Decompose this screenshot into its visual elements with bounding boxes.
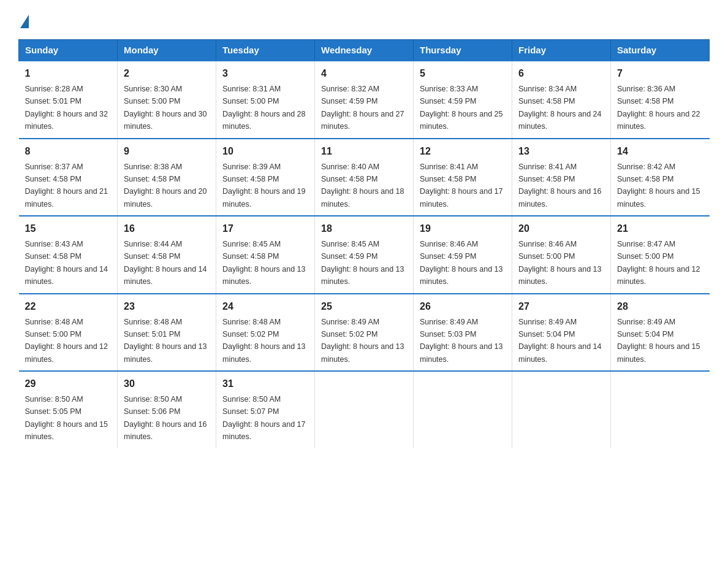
calendar-cell: 31 Sunrise: 8:50 AMSunset: 5:07 PMDaylig… <box>216 371 315 448</box>
calendar-cell: 8 Sunrise: 8:37 AMSunset: 4:58 PMDayligh… <box>19 139 118 216</box>
calendar-cell: 11 Sunrise: 8:40 AMSunset: 4:58 PMDaylig… <box>315 139 414 216</box>
calendar-header-friday: Friday <box>512 40 611 61</box>
day-info: Sunrise: 8:45 AMSunset: 4:58 PMDaylight:… <box>222 240 306 286</box>
day-number: 6 <box>518 66 604 81</box>
calendar-cell: 13 Sunrise: 8:41 AMSunset: 4:58 PMDaylig… <box>512 139 611 216</box>
day-number: 3 <box>222 66 308 81</box>
calendar-cell: 16 Sunrise: 8:44 AMSunset: 4:58 PMDaylig… <box>118 216 216 294</box>
day-number: 25 <box>321 299 407 314</box>
day-number: 2 <box>124 66 210 81</box>
day-number: 27 <box>518 299 604 314</box>
day-number: 4 <box>321 66 407 81</box>
logo <box>18 12 29 28</box>
calendar-cell: 9 Sunrise: 8:38 AMSunset: 4:58 PMDayligh… <box>118 139 216 216</box>
day-info: Sunrise: 8:44 AMSunset: 4:58 PMDaylight:… <box>124 240 207 286</box>
day-info: Sunrise: 8:50 AMSunset: 5:07 PMDaylight:… <box>222 395 306 441</box>
day-info: Sunrise: 8:28 AMSunset: 5:01 PMDaylight:… <box>25 85 108 131</box>
day-info: Sunrise: 8:37 AMSunset: 4:58 PMDaylight:… <box>25 163 108 209</box>
calendar-cell <box>414 371 512 448</box>
day-number: 13 <box>518 144 604 159</box>
day-number: 18 <box>321 221 407 236</box>
calendar-header-sunday: Sunday <box>19 40 118 61</box>
calendar-cell: 6 Sunrise: 8:34 AMSunset: 4:58 PMDayligh… <box>512 61 611 139</box>
calendar-cell: 10 Sunrise: 8:39 AMSunset: 4:58 PMDaylig… <box>216 139 315 216</box>
calendar-cell: 26 Sunrise: 8:49 AMSunset: 5:03 PMDaylig… <box>414 294 512 372</box>
day-number: 20 <box>518 221 604 236</box>
page-header <box>18 12 710 28</box>
calendar-week-row: 8 Sunrise: 8:37 AMSunset: 4:58 PMDayligh… <box>19 139 710 216</box>
calendar-cell: 20 Sunrise: 8:46 AMSunset: 5:00 PMDaylig… <box>512 216 611 294</box>
calendar-cell: 19 Sunrise: 8:46 AMSunset: 4:59 PMDaylig… <box>414 216 512 294</box>
day-number: 10 <box>222 144 308 159</box>
calendar-cell: 14 Sunrise: 8:42 AMSunset: 4:58 PMDaylig… <box>611 139 710 216</box>
day-number: 30 <box>124 377 210 391</box>
day-number: 17 <box>222 221 308 236</box>
calendar-cell: 21 Sunrise: 8:47 AMSunset: 5:00 PMDaylig… <box>611 216 710 294</box>
logo-triangle-icon <box>20 15 29 28</box>
day-number: 29 <box>25 377 112 391</box>
day-number: 12 <box>420 144 506 159</box>
day-info: Sunrise: 8:48 AMSunset: 5:00 PMDaylight:… <box>25 318 108 364</box>
calendar-week-row: 22 Sunrise: 8:48 AMSunset: 5:00 PMDaylig… <box>19 294 710 372</box>
day-number: 14 <box>617 144 703 159</box>
calendar-header-wednesday: Wednesday <box>315 40 414 61</box>
calendar-week-row: 15 Sunrise: 8:43 AMSunset: 4:58 PMDaylig… <box>19 216 710 294</box>
calendar-cell <box>315 371 414 448</box>
day-info: Sunrise: 8:49 AMSunset: 5:03 PMDaylight:… <box>420 318 503 364</box>
calendar-cell: 2 Sunrise: 8:30 AMSunset: 5:00 PMDayligh… <box>118 61 216 139</box>
calendar-week-row: 29 Sunrise: 8:50 AMSunset: 5:05 PMDaylig… <box>19 371 710 448</box>
day-number: 22 <box>25 299 112 314</box>
day-info: Sunrise: 8:46 AMSunset: 5:00 PMDaylight:… <box>518 240 602 286</box>
day-info: Sunrise: 8:39 AMSunset: 4:58 PMDaylight:… <box>222 163 306 209</box>
day-number: 21 <box>617 221 703 236</box>
day-number: 16 <box>124 221 210 236</box>
calendar-cell: 30 Sunrise: 8:50 AMSunset: 5:06 PMDaylig… <box>118 371 216 448</box>
day-number: 5 <box>420 66 506 81</box>
day-info: Sunrise: 8:32 AMSunset: 4:59 PMDaylight:… <box>321 85 404 131</box>
day-number: 8 <box>25 144 112 159</box>
calendar-table: SundayMondayTuesdayWednesdayThursdayFrid… <box>18 39 710 448</box>
calendar-cell: 12 Sunrise: 8:41 AMSunset: 4:58 PMDaylig… <box>414 139 512 216</box>
day-info: Sunrise: 8:41 AMSunset: 4:58 PMDaylight:… <box>420 163 503 209</box>
day-info: Sunrise: 8:50 AMSunset: 5:06 PMDaylight:… <box>124 395 207 441</box>
day-info: Sunrise: 8:45 AMSunset: 4:59 PMDaylight:… <box>321 240 404 286</box>
day-info: Sunrise: 8:49 AMSunset: 5:04 PMDaylight:… <box>617 318 700 364</box>
calendar-cell: 28 Sunrise: 8:49 AMSunset: 5:04 PMDaylig… <box>611 294 710 372</box>
day-info: Sunrise: 8:47 AMSunset: 5:00 PMDaylight:… <box>617 240 700 286</box>
calendar-header-row: SundayMondayTuesdayWednesdayThursdayFrid… <box>19 40 710 61</box>
calendar-cell <box>512 371 611 448</box>
calendar-cell: 3 Sunrise: 8:31 AMSunset: 5:00 PMDayligh… <box>216 61 315 139</box>
day-number: 31 <box>222 377 308 391</box>
calendar-cell: 1 Sunrise: 8:28 AMSunset: 5:01 PMDayligh… <box>19 61 118 139</box>
calendar-cell: 18 Sunrise: 8:45 AMSunset: 4:59 PMDaylig… <box>315 216 414 294</box>
day-info: Sunrise: 8:38 AMSunset: 4:58 PMDaylight:… <box>124 163 207 209</box>
day-info: Sunrise: 8:43 AMSunset: 4:58 PMDaylight:… <box>25 240 108 286</box>
day-number: 15 <box>25 221 112 236</box>
day-number: 19 <box>420 221 506 236</box>
calendar-header-saturday: Saturday <box>611 40 710 61</box>
day-info: Sunrise: 8:50 AMSunset: 5:05 PMDaylight:… <box>25 395 108 441</box>
calendar-header-thursday: Thursday <box>414 40 512 61</box>
calendar-cell: 25 Sunrise: 8:49 AMSunset: 5:02 PMDaylig… <box>315 294 414 372</box>
day-info: Sunrise: 8:42 AMSunset: 4:58 PMDaylight:… <box>617 163 700 209</box>
calendar-cell: 4 Sunrise: 8:32 AMSunset: 4:59 PMDayligh… <box>315 61 414 139</box>
calendar-cell: 24 Sunrise: 8:48 AMSunset: 5:02 PMDaylig… <box>216 294 315 372</box>
day-info: Sunrise: 8:34 AMSunset: 4:58 PMDaylight:… <box>518 85 602 131</box>
calendar-cell: 7 Sunrise: 8:36 AMSunset: 4:58 PMDayligh… <box>611 61 710 139</box>
calendar-cell: 17 Sunrise: 8:45 AMSunset: 4:58 PMDaylig… <box>216 216 315 294</box>
day-info: Sunrise: 8:30 AMSunset: 5:00 PMDaylight:… <box>124 85 207 131</box>
day-info: Sunrise: 8:49 AMSunset: 5:04 PMDaylight:… <box>518 318 602 364</box>
calendar-cell: 23 Sunrise: 8:48 AMSunset: 5:01 PMDaylig… <box>118 294 216 372</box>
day-info: Sunrise: 8:36 AMSunset: 4:58 PMDaylight:… <box>617 85 700 131</box>
day-info: Sunrise: 8:48 AMSunset: 5:01 PMDaylight:… <box>124 318 207 364</box>
calendar-week-row: 1 Sunrise: 8:28 AMSunset: 5:01 PMDayligh… <box>19 61 710 139</box>
day-info: Sunrise: 8:48 AMSunset: 5:02 PMDaylight:… <box>222 318 306 364</box>
calendar-cell: 29 Sunrise: 8:50 AMSunset: 5:05 PMDaylig… <box>19 371 118 448</box>
day-info: Sunrise: 8:41 AMSunset: 4:58 PMDaylight:… <box>518 163 602 209</box>
day-info: Sunrise: 8:40 AMSunset: 4:58 PMDaylight:… <box>321 163 404 209</box>
calendar-header-tuesday: Tuesday <box>216 40 315 61</box>
calendar-cell: 22 Sunrise: 8:48 AMSunset: 5:00 PMDaylig… <box>19 294 118 372</box>
day-info: Sunrise: 8:33 AMSunset: 4:59 PMDaylight:… <box>420 85 503 131</box>
day-number: 1 <box>25 66 112 81</box>
calendar-cell: 15 Sunrise: 8:43 AMSunset: 4:58 PMDaylig… <box>19 216 118 294</box>
